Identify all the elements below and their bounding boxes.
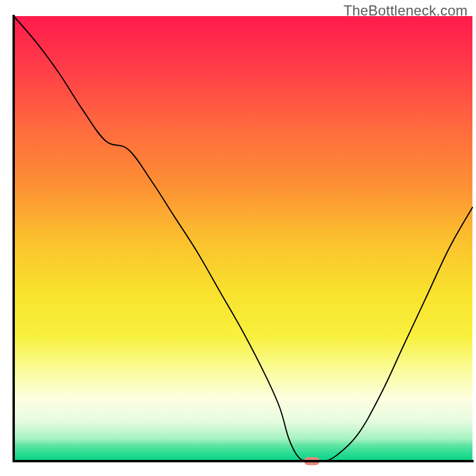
plot-background bbox=[14, 16, 472, 461]
chart-svg bbox=[0, 0, 476, 476]
watermark-text: TheBottleneck.com bbox=[343, 2, 468, 19]
bottleneck-chart: TheBottleneck.com bbox=[0, 0, 476, 476]
